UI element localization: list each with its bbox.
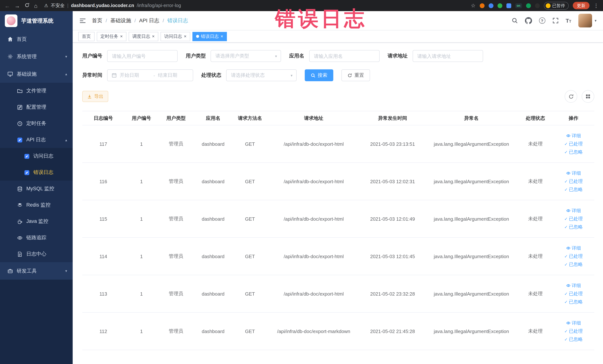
sidebar: 芋道管理系统 首页 系统管理 ▾ — [0, 11, 73, 364]
mark-processed-link[interactable]: ✓ 已处理 — [564, 253, 583, 259]
user-id-input[interactable] — [107, 50, 178, 62]
refresh-table-button[interactable] — [565, 90, 577, 103]
tab-scheduled-tasks[interactable]: 定时任务 × — [97, 32, 127, 41]
select-placeholder: 请选择用户类型 — [215, 53, 249, 59]
check-icon: ✓ — [564, 299, 568, 304]
back-icon[interactable]: ← — [4, 3, 10, 8]
close-icon[interactable]: × — [184, 34, 186, 39]
screen: ← → ⌂ ⚠ 不安全 | dashboard.yudao.iocoder.cn… — [0, 0, 603, 364]
sidebar-toggle-icon[interactable] — [79, 18, 86, 23]
sidebar-item-config-management[interactable]: 配置管理 — [0, 99, 73, 115]
browser-update-button[interactable]: 更新 — [573, 2, 590, 9]
mark-ignored-link[interactable]: ✓ 已忽略 — [564, 149, 583, 155]
sidebar-item-dev-tools[interactable]: 研发工具 ▾ — [0, 262, 73, 280]
close-icon[interactable]: × — [220, 34, 223, 39]
extension-icon-drop[interactable] — [488, 3, 493, 8]
mark-ignored-link[interactable]: ✓ 已忽略 — [564, 224, 583, 230]
user-type-cell: 管理员 — [159, 237, 194, 275]
sidebar-item-mysql-monitor[interactable]: MySQL 监控 — [0, 181, 73, 197]
user-type-select[interactable]: 请选择用户类型 ▾ — [210, 50, 281, 62]
detail-link[interactable]: 详细 — [566, 170, 581, 176]
extension-icon-paw[interactable] — [535, 3, 540, 8]
extension-icon-record[interactable] — [480, 3, 484, 8]
sidebar-item-api-logs[interactable]: API 日志 ▴ — [0, 132, 73, 148]
close-icon[interactable]: × — [120, 34, 123, 39]
github-icon[interactable] — [525, 17, 532, 24]
mark-ignored-link[interactable]: ✓ 已忽略 — [564, 299, 583, 305]
sidebar-item-home[interactable]: 首页 — [0, 30, 73, 48]
tab-schedule-logs[interactable]: 调度日志 × — [129, 32, 158, 41]
user-menu[interactable]: ▾ — [578, 14, 596, 27]
app-logo[interactable]: 芋道管理系统 — [0, 11, 73, 30]
mark-processed-link[interactable]: ✓ 已处理 — [564, 328, 583, 334]
breadcrumb-infrastructure[interactable]: 基础设施 — [110, 17, 131, 24]
request-url-input[interactable] — [412, 50, 483, 62]
column-settings-button[interactable] — [582, 90, 594, 103]
exception-time-cell: 2021-05-02 21:45:28 — [360, 312, 425, 350]
column-header-user-id: 用户编号 — [124, 111, 159, 125]
table-settings-group — [565, 90, 594, 103]
reload-icon[interactable] — [24, 3, 30, 9]
breadcrumb-api-logs[interactable]: API 日志 — [139, 17, 159, 24]
security-label: 不安全 — [51, 2, 65, 9]
search-button[interactable]: 搜索 — [305, 69, 333, 81]
coffee-icon — [17, 218, 23, 224]
sidebar-item-label: Java 监控 — [26, 218, 48, 225]
detail-link[interactable]: 详细 — [566, 208, 581, 214]
detail-link[interactable]: 详细 — [566, 245, 581, 251]
sidebar-item-scheduled-tasks[interactable]: 定时任务 — [0, 115, 73, 132]
forward-icon[interactable]: → — [14, 3, 20, 8]
process-status-select[interactable]: 请选择处理状态 ▾ — [226, 69, 297, 81]
home-button-icon[interactable]: ⌂ — [34, 3, 37, 8]
date-range-picker[interactable]: 开始日期 - 结束日期 — [107, 69, 193, 81]
request-url-cell: /api/infra/db-doc/export-html — [267, 237, 360, 275]
sidebar-item-java-monitor[interactable]: Java 监控 — [0, 213, 73, 230]
mark-processed-link[interactable]: ✓ 已处理 — [564, 291, 583, 297]
sidebar-item-file-management[interactable]: 文件管理 — [0, 83, 73, 99]
sidebar-item-error-logs[interactable]: 错误日志 — [0, 164, 73, 181]
search-icon[interactable] — [511, 17, 518, 24]
tab-home[interactable]: 首页 — [78, 32, 94, 41]
sidebar-item-system-management[interactable]: 系统管理 ▾ — [0, 48, 73, 65]
mark-ignored-link[interactable]: ✓ 已忽略 — [564, 186, 583, 193]
mark-processed-link[interactable]: ✓ 已处理 — [564, 216, 583, 222]
app-name-input[interactable] — [309, 50, 380, 62]
exception-name-cell: java.lang.IllegalArgumentException — [425, 125, 518, 163]
detail-link[interactable]: 详细 — [566, 320, 581, 326]
reset-button[interactable]: 重置 — [341, 69, 370, 81]
detail-link[interactable]: 详细 — [566, 133, 581, 139]
profile-paused-chip[interactable]: 已暂停 — [544, 2, 569, 10]
app-name-cell: dashboard — [193, 200, 233, 237]
extension-icon-on-badge[interactable]: on — [515, 3, 522, 8]
mark-processed-link[interactable]: ✓ 已处理 — [564, 178, 583, 185]
bookmark-star-icon[interactable]: ☆ — [471, 3, 475, 9]
sidebar-item-label: 研发工具 — [17, 268, 37, 274]
tab-error-logs[interactable]: 错误日志 × — [192, 32, 227, 41]
export-button[interactable]: 导出 — [82, 91, 108, 102]
help-icon[interactable]: ? — [539, 17, 545, 24]
tab-label: 错误日志 — [201, 33, 219, 39]
sidebar-item-access-logs[interactable]: 访问日志 — [0, 148, 73, 164]
close-icon[interactable]: × — [152, 34, 155, 39]
filter-row-1: 用户编号 用户类型 请选择用户类型 ▾ 应用名 — [82, 50, 594, 62]
sidebar-item-link-tracing[interactable]: 链路追踪 — [0, 230, 73, 246]
fullscreen-icon[interactable] — [552, 17, 558, 24]
app-name-cell: dashboard — [193, 125, 233, 163]
browser-menu-icon[interactable]: ⋮ — [593, 3, 599, 9]
address-bar[interactable]: ⚠ 不安全 | dashboard.yudao.iocoder.cn /infr… — [44, 2, 466, 9]
extension-icon-leaf[interactable] — [526, 3, 531, 8]
detail-link[interactable]: 详细 — [566, 282, 581, 289]
tab-access-logs[interactable]: 访问日志 × — [161, 32, 190, 41]
sidebar-item-log-center[interactable]: 日志中心 — [0, 246, 73, 262]
mark-ignored-link[interactable]: ✓ 已忽略 — [564, 261, 583, 268]
font-size-icon[interactable]: TT — [566, 17, 571, 24]
extension-icon-grid[interactable] — [506, 3, 511, 8]
sidebar-item-redis-monitor[interactable]: Redis 监控 — [0, 197, 73, 213]
breadcrumb-home[interactable]: 首页 — [92, 17, 102, 24]
extension-icon-circle[interactable] — [497, 3, 502, 8]
mark-processed-link[interactable]: ✓ 已处理 — [564, 141, 583, 147]
sidebar-item-infrastructure[interactable]: 基础设施 ▴ — [0, 65, 73, 83]
column-header-request-url: 请求地址 — [267, 111, 360, 125]
status-cell: 未处理 — [518, 163, 553, 200]
mark-ignored-link[interactable]: ✓ 已忽略 — [564, 336, 583, 342]
